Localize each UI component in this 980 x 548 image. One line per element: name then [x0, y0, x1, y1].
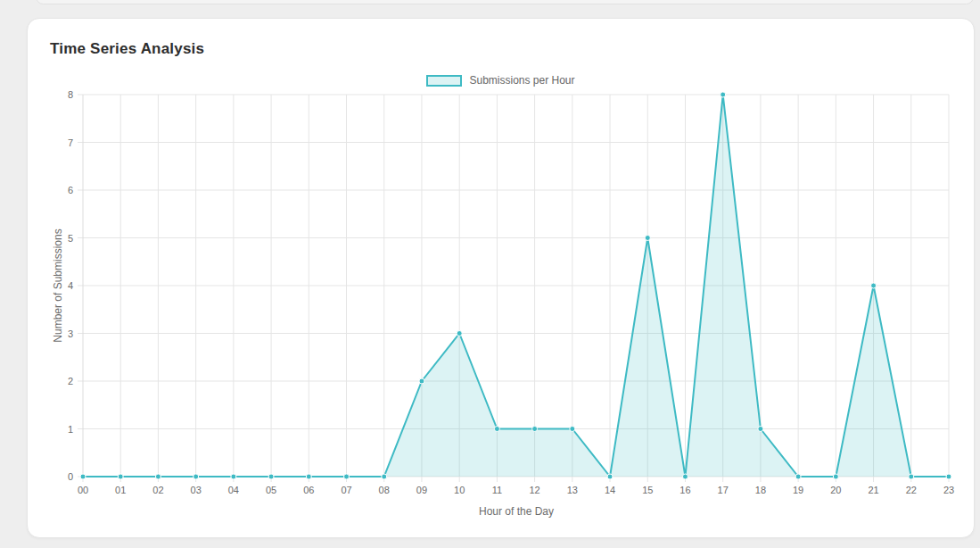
x-tick-label: 08	[379, 485, 390, 495]
previous-card-fragment	[36, 0, 974, 4]
data-point[interactable]	[532, 427, 538, 432]
x-tick-label: 16	[679, 485, 690, 495]
data-point[interactable]	[607, 474, 613, 479]
data-point[interactable]	[494, 427, 499, 432]
x-tick-label: 12	[529, 485, 539, 495]
y-tick-label: 8	[68, 89, 73, 100]
data-point[interactable]	[194, 474, 199, 479]
x-tick-label: 09	[416, 485, 427, 495]
time-series-card: Time Series Analysis Submissions per Hou…	[27, 18, 975, 538]
gridlines	[78, 95, 949, 482]
data-point[interactable]	[231, 474, 236, 479]
x-tick-label: 10	[454, 485, 465, 495]
data-point[interactable]	[80, 474, 86, 479]
x-tick-label: 00	[78, 485, 88, 495]
data-point[interactable]	[344, 474, 350, 479]
data-point[interactable]	[268, 474, 274, 479]
data-point[interactable]	[758, 427, 763, 432]
data-point[interactable]	[833, 474, 838, 479]
data-point[interactable]	[682, 474, 688, 479]
chart-svg[interactable]: 0123456780001020304050607080910111213141…	[37, 68, 964, 523]
x-tick-label: 19	[793, 485, 803, 495]
data-point[interactable]	[382, 474, 387, 479]
x-tick-label: 02	[152, 485, 163, 495]
data-point[interactable]	[645, 236, 650, 241]
x-tick-label: 03	[191, 485, 202, 495]
data-point[interactable]	[946, 474, 951, 479]
card-title: Time Series Analysis	[50, 40, 204, 58]
data-point[interactable]	[419, 378, 424, 384]
data-point[interactable]	[118, 474, 123, 479]
data-point[interactable]	[871, 283, 877, 288]
x-tick-label: 06	[303, 485, 314, 495]
y-tick-label: 4	[68, 280, 73, 291]
x-tick-label: 21	[868, 485, 878, 495]
x-tick-label: 05	[266, 485, 276, 495]
x-tick-label: 17	[718, 485, 729, 495]
data-point[interactable]	[457, 331, 462, 336]
y-tick-label: 1	[68, 424, 73, 435]
x-tick-label: 20	[830, 485, 841, 495]
data-point[interactable]	[306, 474, 311, 479]
y-tick-label: 5	[68, 233, 73, 244]
data-point[interactable]	[155, 474, 161, 479]
y-tick-label: 0	[68, 471, 73, 482]
data-point[interactable]	[909, 474, 914, 479]
y-tick-label: 7	[68, 137, 73, 148]
y-tick-label: 6	[68, 185, 73, 195]
y-axis-title: Number of Submissions	[52, 228, 64, 342]
x-tick-label: 07	[341, 485, 351, 495]
y-tick-label: 3	[68, 328, 73, 339]
x-tick-label: 04	[228, 485, 239, 495]
x-tick-label: 22	[906, 485, 917, 495]
x-tick-label: 18	[755, 485, 766, 495]
x-tick-label: 15	[642, 485, 653, 495]
data-point[interactable]	[721, 92, 726, 97]
x-tick-label: 13	[567, 485, 578, 495]
data-point[interactable]	[570, 427, 575, 432]
x-tick-label: 01	[115, 485, 126, 495]
x-axis-title: Hour of the Day	[479, 505, 554, 518]
x-tick-label: 23	[943, 485, 954, 495]
x-tick-label: 11	[492, 485, 502, 495]
x-tick-label: 14	[605, 485, 615, 495]
y-tick-label: 2	[68, 376, 73, 386]
data-point[interactable]	[795, 474, 801, 479]
